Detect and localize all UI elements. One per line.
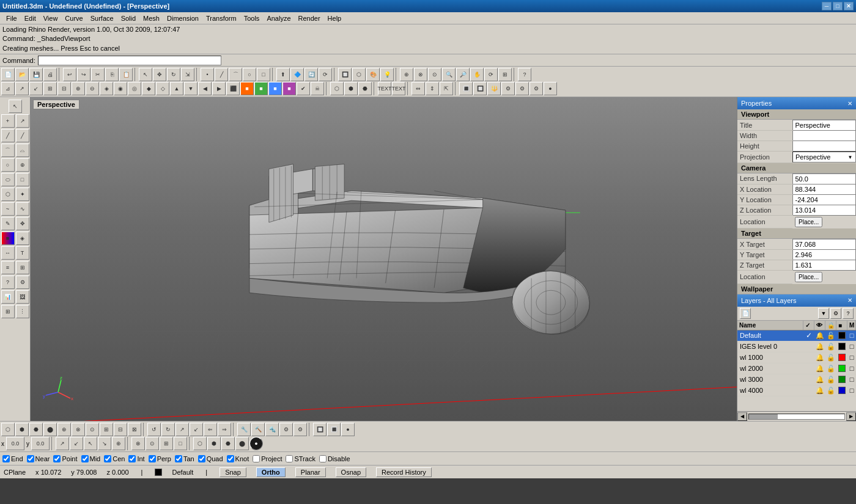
tb-cut[interactable]: ✂ — [91, 68, 105, 81]
bt-21[interactable]: ⚙ — [293, 423, 307, 436]
tb2-30[interactable]: ⇕ — [426, 82, 439, 95]
tb-undo[interactable]: ↩ — [63, 68, 76, 81]
tb2-3[interactable]: ↙ — [29, 82, 43, 95]
lt-dim[interactable]: ↔ — [1, 246, 15, 260]
tb2-26[interactable]: ⬣ — [358, 82, 372, 95]
layer-mat-default[interactable]: □ — [847, 332, 856, 339]
tb-point[interactable]: • — [201, 68, 214, 81]
layer-lock-wl2000[interactable]: 🔓 — [825, 365, 836, 373]
tb-zoom-all[interactable]: ⊞ — [498, 68, 512, 81]
layer-row-wl4000[interactable]: wl 4000 🔔 🔓 □ — [737, 385, 856, 396]
layer-color-wl4000[interactable] — [836, 387, 847, 394]
prop-value-targetloc[interactable]: Place... — [792, 271, 856, 284]
bt2-snap4[interactable]: ↘ — [98, 437, 111, 450]
bt-1[interactable]: ⬡ — [1, 423, 15, 436]
bt-4[interactable]: ⬤ — [43, 423, 57, 436]
record-history-btn[interactable]: Record History — [376, 467, 432, 477]
menu-item-curve[interactable]: Curve — [61, 13, 86, 23]
prop-value-projection[interactable]: Perspective ▼ — [792, 152, 856, 163]
tb2-29[interactable]: ⇔ — [411, 82, 425, 95]
prop-value-xtarget[interactable]: 37.068 — [792, 239, 856, 250]
layer-color-default[interactable] — [836, 332, 847, 339]
layer-visible-wl3000[interactable]: 🔔 — [814, 376, 825, 384]
tb2-8[interactable]: ◈ — [100, 82, 113, 95]
lt-group[interactable]: ⊞ — [1, 305, 15, 318]
ortho-btn[interactable]: Ortho — [256, 467, 286, 477]
snap-knot-cb[interactable] — [227, 455, 234, 462]
scroll-right-btn[interactable]: ▶ — [846, 412, 856, 421]
snap-mid-cb[interactable] — [81, 455, 89, 462]
lt-color[interactable]: ■ — [1, 232, 15, 245]
tb2-36[interactable]: ⚙ — [515, 82, 529, 95]
osnap-btn[interactable]: Osnap — [336, 467, 366, 477]
menu-item-analyze[interactable]: Analyze — [263, 13, 294, 23]
tb2-22[interactable]: ✔ — [297, 82, 310, 95]
layer-lock-wl4000[interactable]: 🔓 — [825, 387, 836, 395]
bt-13[interactable]: ↗ — [175, 423, 189, 436]
lt-line1[interactable]: ╱ — [1, 129, 15, 142]
tb2-15[interactable]: ◀ — [198, 82, 212, 95]
tb-help[interactable]: ? — [518, 68, 531, 81]
snap-cen-cb[interactable] — [104, 455, 111, 462]
lt-spline[interactable]: ∿ — [16, 202, 29, 216]
lt-select-arrow[interactable]: ↖ — [9, 100, 22, 113]
menu-item-view[interactable]: View — [40, 13, 62, 23]
tb-wire[interactable]: ⬡ — [352, 68, 366, 81]
layer-lock-iges[interactable]: 🔓 — [825, 343, 836, 351]
snap-tan-cb[interactable] — [175, 455, 182, 462]
menu-item-edit[interactable]: Edit — [21, 13, 40, 23]
minimize-button[interactable]: ─ — [822, 2, 832, 10]
tb2-1[interactable]: ⊿ — [1, 82, 15, 95]
tb2-11[interactable]: ◆ — [142, 82, 155, 95]
prop-value-height[interactable] — [792, 141, 856, 152]
tb-open[interactable]: 📂 — [15, 68, 29, 81]
bt2-orient1[interactable]: ⊗ — [131, 437, 145, 450]
prop-value-width[interactable] — [792, 131, 856, 141]
tb2-10[interactable]: ◎ — [128, 82, 141, 95]
tb2-19[interactable]: ■ — [254, 82, 268, 95]
menu-item-dimension[interactable]: Dimension — [163, 13, 202, 23]
tb2-20[interactable]: ■ — [268, 82, 282, 95]
maximize-button[interactable]: □ — [833, 2, 843, 10]
tb2-32[interactable]: 🔳 — [459, 82, 473, 95]
bt2-f4[interactable]: ⬤ — [235, 437, 249, 450]
menu-item-render[interactable]: Render — [295, 13, 324, 23]
lt-layer[interactable]: ≡ — [1, 261, 15, 274]
snap-point-cb[interactable] — [53, 455, 61, 462]
layers-scrollbar[interactable]: ◀ ▶ — [737, 411, 856, 421]
lt-circle2[interactable]: ⊕ — [16, 158, 29, 172]
layer-visible-wl2000[interactable]: 🔔 — [814, 365, 825, 373]
layer-mat-iges[interactable]: □ — [847, 343, 856, 350]
tb2-37[interactable]: ⚙ — [529, 82, 543, 95]
tb-snap2[interactable]: ⊗ — [414, 68, 427, 81]
layer-visible-iges[interactable]: 🔔 — [814, 343, 825, 351]
tb-snap3[interactable]: ⊙ — [428, 68, 441, 81]
menu-item-mesh[interactable]: Mesh — [139, 13, 163, 23]
tb2-5[interactable]: ⊟ — [57, 82, 71, 95]
bt-17[interactable]: 🔧 — [237, 423, 251, 436]
menu-item-tools[interactable]: Tools — [240, 13, 264, 23]
tb-circle[interactable]: ○ — [243, 68, 256, 81]
properties-close-button[interactable]: ✕ — [847, 100, 852, 107]
tb-light[interactable]: 💡 — [380, 68, 394, 81]
bt-20[interactable]: ⚙ — [279, 423, 293, 436]
planar-btn[interactable]: Planar — [295, 467, 326, 477]
bt-6[interactable]: ⊗ — [72, 423, 85, 436]
tb-orbit[interactable]: ⟳ — [484, 68, 498, 81]
bt-19[interactable]: 🔩 — [265, 423, 279, 436]
scroll-left-btn[interactable]: ◀ — [737, 412, 747, 421]
layer-mat-wl3000[interactable]: □ — [847, 376, 856, 383]
prop-value-zloc[interactable]: 13.014 — [792, 205, 856, 215]
snap-disable-cb[interactable] — [319, 455, 327, 462]
lt-line2[interactable]: ╱ — [16, 129, 29, 142]
bt-8[interactable]: ⊞ — [100, 423, 113, 436]
prop-value-yloc[interactable]: -24.204 — [792, 194, 856, 205]
viewport-area[interactable]: Perspective — [31, 97, 737, 421]
lt-arc2[interactable]: ⌓ — [16, 144, 29, 157]
bt2-f1[interactable]: ⬡ — [193, 437, 207, 450]
tb-rotate[interactable]: ↻ — [167, 68, 180, 81]
tb-sweep[interactable]: 🔄 — [304, 68, 318, 81]
prop-value-loc[interactable]: Place... — [792, 215, 856, 228]
tb2-34[interactable]: 🔱 — [487, 82, 501, 95]
tb-redo[interactable]: ↪ — [77, 68, 90, 81]
